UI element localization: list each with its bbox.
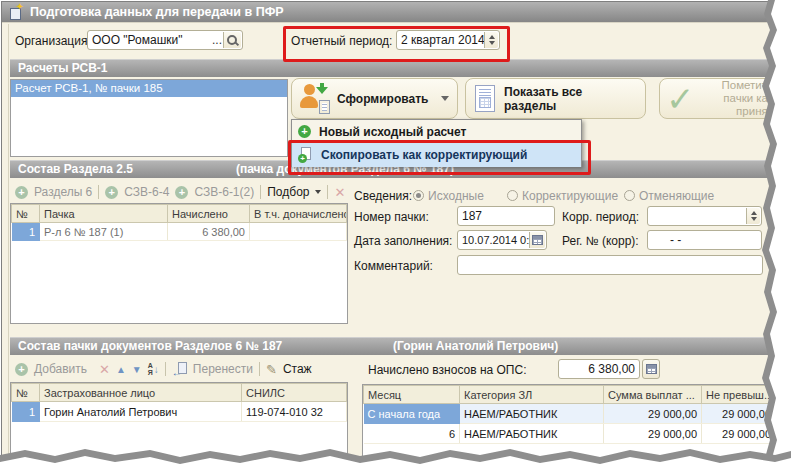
corr-period-spinner[interactable] xyxy=(746,208,760,224)
toolbar-separator xyxy=(165,362,166,376)
copy-plus-icon xyxy=(298,147,313,163)
section6-subtitle: (Горин Анатолий Петрович) xyxy=(393,338,558,355)
rsv-list-item[interactable]: Расчет РСВ-1, № пачки 185 xyxy=(11,80,287,97)
col-accrued[interactable]: Начислено xyxy=(168,205,250,223)
add-szv61-button: СЗВ-6-1(2) xyxy=(194,185,254,199)
col-pack[interactable]: Пачка xyxy=(40,205,168,223)
pick-button[interactable]: Подбор xyxy=(267,185,309,199)
col-num[interactable]: № xyxy=(12,384,40,402)
section25-toolbar: Разделы 6 СЗВ-6-4 СЗВ-6-1(2) Подбор xyxy=(15,183,345,201)
col-snils[interactable]: СНИЛС xyxy=(242,384,347,402)
rsv-section-header: Расчеты РСВ-1 xyxy=(10,59,770,77)
radio-correcting-label: Корректирующие xyxy=(522,189,618,203)
radio-canceling-label: Отменяющие xyxy=(639,189,714,203)
period-label: Отчетный период: xyxy=(291,34,392,48)
section6-title: Состав пачки документов Разделов 6 № 187 xyxy=(18,339,282,353)
person-name-cell: Горин Анатолий Петрович xyxy=(40,402,242,422)
corr-period-field[interactable] xyxy=(647,206,762,226)
ops-calc-button[interactable] xyxy=(642,359,660,379)
experience-button[interactable]: Стаж xyxy=(283,362,312,376)
rsv-section-title: Расчеты РСВ-1 xyxy=(18,61,108,75)
ops-label: Начислено взносов на ОПС: xyxy=(368,363,527,377)
mark-accepted-button: Пометить пачки как принят xyxy=(659,78,780,119)
row-number-cell: 1 xyxy=(12,223,40,241)
col-month[interactable]: Месяц xyxy=(364,386,460,404)
window-frame: ✦ Подготовка данных для передачи в ПФР О… xyxy=(1,1,778,469)
packs-table: № Пачка Начислено В т.ч. доначислено 1 Р… xyxy=(10,203,348,324)
col-sum[interactable]: Сумма выплат ... xyxy=(604,386,702,404)
period-field[interactable]: 2 квартал 2014 г. xyxy=(396,30,500,50)
persons-table: № Застрахованное лицо СНИЛС 1 Горин Анат… xyxy=(10,382,348,460)
col-num[interactable]: № xyxy=(12,205,40,223)
calendar-button[interactable] xyxy=(529,232,545,248)
search-icon xyxy=(226,34,239,47)
table-row[interactable]: 6 НАЕМ/РАБОТНИК 29 000,00 29 000,00 xyxy=(364,424,776,444)
calculator-icon xyxy=(646,364,657,374)
table-row[interactable]: 1 Р-л 6 № 187 (1) 6 380,00 xyxy=(12,223,347,241)
show-all-sections-label: Показать все разделы xyxy=(504,85,636,113)
toolbar-separator xyxy=(98,185,99,199)
move-up-icon[interactable] xyxy=(116,364,126,375)
sort-az-icon[interactable] xyxy=(148,362,159,376)
sum-cell: 29 000,00 xyxy=(604,404,702,424)
reg-number-field[interactable]: - - xyxy=(647,230,762,250)
ops-field[interactable]: 6 380,00 xyxy=(558,359,640,379)
spin-up-icon xyxy=(489,35,495,39)
pack-cell: Р-л 6 № 187 (1) xyxy=(40,223,168,241)
col-extra-accrued[interactable]: В т.ч. доначислено xyxy=(250,205,347,223)
checkmark-icon xyxy=(666,82,695,116)
limit-cell: 29 000,00 xyxy=(702,424,776,444)
delete-person-icon xyxy=(99,362,110,377)
col-category[interactable]: Категория ЗЛ xyxy=(460,386,604,404)
chevron-down-icon xyxy=(315,190,321,194)
organization-field[interactable]: ООО "Ромашки" ... xyxy=(87,30,243,50)
menu-item-copy-correcting[interactable]: Скопировать как корректирующий xyxy=(292,143,581,167)
add-szv64-icon xyxy=(105,186,118,199)
menu-item-copy-label: Скопировать как корректирующий xyxy=(321,148,527,162)
fill-date-value: 10.07.2014 0:0 xyxy=(462,234,535,246)
toolbar-separator xyxy=(259,362,260,376)
table-row[interactable]: 1 Горин Анатолий Петрович 119-074-010 32 xyxy=(12,402,347,422)
add-szv64-button: СЗВ-6-4 xyxy=(124,185,169,199)
month-cell: 6 xyxy=(364,424,460,444)
table-header-row: № Пачка Начислено В т.ч. доначислено xyxy=(12,205,347,223)
move-down-icon[interactable] xyxy=(132,364,142,375)
comment-label: Комментарий: xyxy=(354,259,433,273)
table-header-row: № Застрахованное лицо СНИЛС xyxy=(12,384,347,402)
pack-number-field[interactable]: 187 xyxy=(457,206,555,226)
col-limit[interactable]: Не превыш... xyxy=(702,386,776,404)
transfer-button: Перенести xyxy=(193,362,253,376)
add-sections6-button: Разделы 6 xyxy=(34,185,92,199)
month-cell: С начала года xyxy=(364,404,460,424)
show-all-sections-button[interactable]: Показать все разделы xyxy=(465,78,646,119)
fill-date-field[interactable]: 10.07.2014 0:0 xyxy=(457,230,547,250)
comment-field[interactable] xyxy=(457,255,763,275)
period-value: 2 квартал 2014 г. xyxy=(401,33,494,47)
generate-button[interactable]: Сформировать xyxy=(291,78,458,119)
organization-value: ООО "Ромашки" xyxy=(92,33,183,47)
toolbar-separator xyxy=(260,185,261,199)
pfr-export-window: ✦ Подготовка данных для передачи в ПФР О… xyxy=(0,0,791,470)
snils-cell: 119-074-010 32 xyxy=(242,402,347,422)
radio-initial xyxy=(413,190,424,201)
corr-period-label: Корр. период: xyxy=(562,210,639,224)
period-spinner[interactable] xyxy=(484,32,498,48)
sum-cell: 29 000,00 xyxy=(604,424,702,444)
row-number-cell: 1 xyxy=(12,402,40,422)
window-title: Подготовка данных для передачи в ПФР xyxy=(30,5,284,19)
section25-title: Состав Раздела 2.5 xyxy=(18,162,133,176)
table-row[interactable]: С начала года НАЕМ/РАБОТНИК 29 000,00 29… xyxy=(364,404,776,424)
organization-search-button[interactable] xyxy=(223,32,241,48)
organization-more-button[interactable]: ... xyxy=(212,31,222,49)
section6-header: Состав пачки документов Разделов 6 № 187… xyxy=(10,337,770,355)
section6-toolbar: Добавить Перенести Стаж xyxy=(15,360,312,378)
rsv-list: Расчет РСВ-1, № пачки 185 xyxy=(10,79,288,157)
delete-icon xyxy=(334,185,345,200)
radio-initial-label: Исходные xyxy=(428,189,484,203)
generate-report-icon xyxy=(300,83,330,114)
document-sections-icon xyxy=(475,85,495,112)
pack-number-label: Номер пачки: xyxy=(354,210,429,224)
table-header-row: Месяц Категория ЗЛ Сумма выплат ... Не п… xyxy=(364,386,776,404)
col-insured-person[interactable]: Застрахованное лицо xyxy=(40,384,242,402)
menu-item-new-calculation[interactable]: Новый исходный расчет xyxy=(292,120,581,143)
